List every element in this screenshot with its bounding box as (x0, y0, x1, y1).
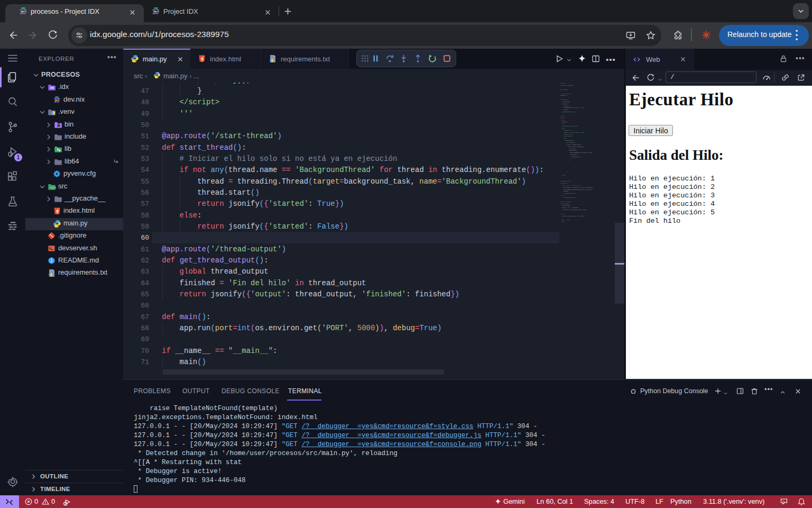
svg-text:5: 5 (56, 209, 58, 214)
svg-text:5: 5 (201, 57, 203, 61)
svg-text:</>: </> (50, 186, 56, 190)
